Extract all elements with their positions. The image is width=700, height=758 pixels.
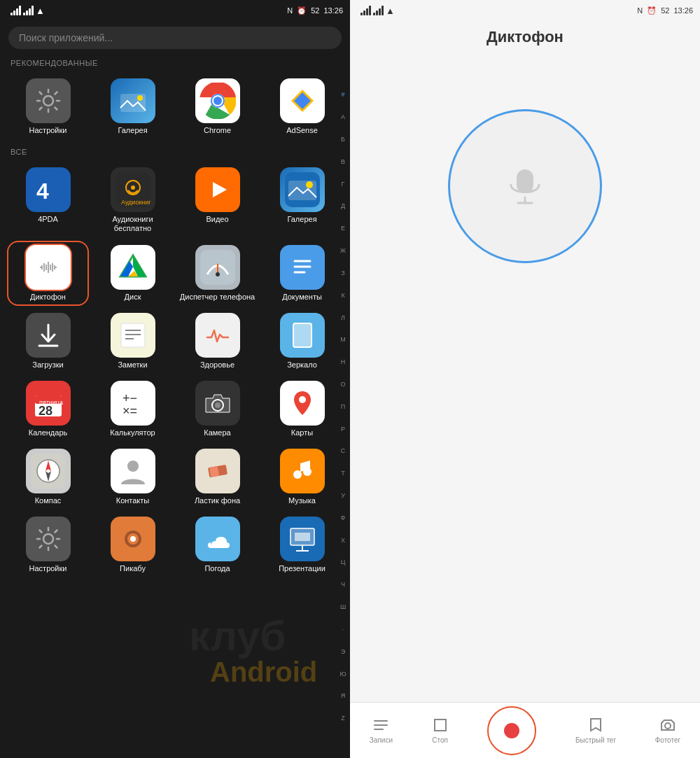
record-button[interactable] <box>487 706 536 755</box>
app-settings[interactable]: Настройки <box>7 74 89 139</box>
app-contacts[interactable]: Контакты <box>92 444 174 510</box>
svg-text:×=: ×= <box>122 404 137 418</box>
nav-photo-tag[interactable]: Фототег <box>655 717 680 744</box>
svg-point-12 <box>131 185 135 190</box>
gallery-rec-label: Галерея <box>118 126 147 135</box>
downloads-label: Загрузки <box>32 360 63 370</box>
alpha-dot[interactable]: · <box>342 626 344 633</box>
record-dot <box>504 723 519 738</box>
alpha-b[interactable]: Б <box>341 136 345 143</box>
app-documents[interactable]: Документы <box>261 241 343 306</box>
alpha-a[interactable]: А <box>341 114 345 120</box>
alpha-p[interactable]: П <box>341 404 345 410</box>
app-audiobooks[interactable]: Аудиокниги Аудиокниги бесплатно <box>92 163 174 237</box>
wifi-icon-left: ▲ <box>36 6 45 16</box>
alpha-z[interactable]: З <box>341 270 344 276</box>
alpha-ts[interactable]: Ц <box>341 559 346 566</box>
app-dispatcher[interactable]: Диспетчер телефона <box>176 241 258 306</box>
alpha-d[interactable]: Д <box>341 203 345 209</box>
alpha-t[interactable]: Т <box>341 470 345 477</box>
nav-quick-tag[interactable]: Быстрый тег <box>575 717 616 744</box>
camera-icon <box>195 381 240 426</box>
alpha-e[interactable]: Е <box>341 225 345 232</box>
mic-circle-container[interactable] <box>448 109 602 263</box>
app-weather[interactable]: Погода <box>176 512 258 577</box>
app-downloads[interactable]: Загрузки <box>7 309 89 374</box>
alpha-v[interactable]: В <box>341 159 345 165</box>
alpha-sh[interactable]: Ш <box>340 604 346 610</box>
calendar-icon: пятница 28 <box>26 381 71 426</box>
alpha-o[interactable]: О <box>340 381 345 388</box>
all-label: ВСЕ <box>0 143 350 159</box>
status-bar-left: ▲ N ⏰ 52 13:26 <box>0 0 350 21</box>
music-label: Музыка <box>288 496 316 505</box>
app-music[interactable]: Музыка <box>261 444 343 510</box>
app-maps[interactable]: Карты <box>261 377 343 442</box>
alpha-z-lat[interactable]: Z <box>341 715 345 722</box>
settings-label: Настройки <box>29 126 67 135</box>
alpha-hash[interactable]: # <box>341 92 344 98</box>
alpha-e2[interactable]: Э <box>341 649 345 655</box>
app-mirror[interactable]: Зеркало <box>261 309 343 374</box>
alpha-s[interactable]: С <box>341 448 346 454</box>
alpha-k[interactable]: К <box>341 293 344 299</box>
svg-text:Аудиокниги: Аудиокниги <box>121 199 150 206</box>
status-bar-right: ▲ N ⏰ 52 13:26 <box>350 0 700 21</box>
app-video[interactable]: Видео <box>176 163 258 237</box>
app-settings2[interactable]: Настройки <box>7 512 89 577</box>
alpha-r[interactable]: Р <box>341 426 345 433</box>
photo-tag-label: Фототег <box>655 736 680 744</box>
signal-icons-left: ▲ <box>7 6 45 16</box>
time-right: 13:26 <box>673 6 693 15</box>
dictaphone-icon <box>26 245 71 290</box>
nav-stop[interactable]: Стоп <box>432 717 449 744</box>
recommended-label: РЕКОМЕНДОВАННЫЕ <box>0 55 350 70</box>
alpha-g[interactable]: Г <box>342 181 345 188</box>
camera-label: Камера <box>204 428 230 437</box>
app-disk[interactable]: Диск <box>92 241 174 306</box>
weather-icon <box>195 517 240 561</box>
contacts-label: Контакты <box>116 496 150 505</box>
app-4pda[interactable]: 4 4PDA <box>7 163 89 237</box>
alpha-u[interactable]: У <box>341 493 345 499</box>
alpha-m[interactable]: М <box>340 337 346 343</box>
nav-records[interactable]: Записи <box>370 717 393 744</box>
nfc-icon-left: N <box>287 6 293 15</box>
alpha-kh[interactable]: Х <box>341 538 345 544</box>
gallery2-label: Галерея <box>287 215 316 224</box>
app-calendar[interactable]: пятница 28 Календарь <box>7 377 89 442</box>
mirror-label: Зеркало <box>287 360 317 370</box>
app-eraser[interactable]: Ластик фона <box>176 444 258 510</box>
documents-icon <box>280 245 325 290</box>
app-notes[interactable]: Заметки <box>92 309 174 374</box>
alpha-yu[interactable]: Ю <box>340 671 346 678</box>
app-health[interactable]: Здоровье <box>176 309 258 374</box>
app-gallery-rec[interactable]: Галерея <box>92 74 174 139</box>
alpha-ya[interactable]: Я <box>341 693 346 699</box>
app-compass[interactable]: Компас <box>7 444 89 510</box>
app-chrome[interactable]: Chrome <box>176 74 258 139</box>
app-gallery2[interactable]: Галерея <box>261 163 343 237</box>
app-presentations[interactable]: Презентации <box>261 512 343 577</box>
alpha-f[interactable]: Ф <box>341 515 346 521</box>
svg-point-18 <box>306 181 313 188</box>
quick-tag-icon <box>587 717 604 734</box>
app-camera[interactable]: Камера <box>176 377 258 442</box>
mic-icon <box>504 165 546 207</box>
gallery-rec-icon <box>111 78 155 123</box>
app-adsense[interactable]: AdSense <box>261 74 343 139</box>
maps-label: Карты <box>291 428 313 437</box>
app-dictaphone[interactable]: Диктофон <box>7 241 89 306</box>
app-pikabu[interactable]: Пикабу <box>92 512 174 577</box>
notes-icon <box>111 313 155 358</box>
svg-point-62 <box>299 396 306 403</box>
alpha-zh[interactable]: Ж <box>340 248 346 254</box>
alpha-l[interactable]: Л <box>341 315 345 321</box>
alpha-ch[interactable]: Ч <box>341 582 345 588</box>
adsense-icon <box>280 78 325 123</box>
right-panel: ▲ N ⏰ 52 13:26 Диктофон <box>350 0 700 758</box>
search-bar[interactable]: Поиск приложений... <box>8 27 342 49</box>
dispatcher-icon <box>195 245 240 290</box>
alpha-n[interactable]: Н <box>341 359 346 365</box>
app-calculator[interactable]: +− ×= Калькулятор <box>92 377 174 442</box>
